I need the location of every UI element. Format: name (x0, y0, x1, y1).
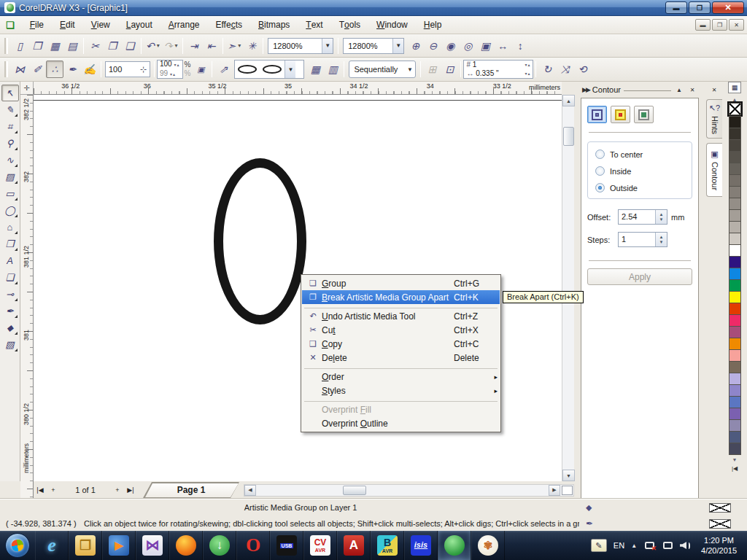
basic-shapes-tool[interactable]: ❒ (1, 236, 19, 252)
rectangle-tool[interactable]: ▭ (1, 185, 19, 202)
dabs-spacing-fields[interactable]: # 1 ▾▴ ↔ 0.335 " ▾▴ (463, 60, 533, 79)
docker-close-icon[interactable]: ✕ (687, 85, 697, 95)
show-hidden-icons-icon[interactable]: ▲ (631, 542, 637, 549)
context-menu-item-order[interactable]: Order ▸ (302, 370, 500, 384)
palette-swatch[interactable] (729, 233, 741, 245)
taskbar-file-explorer[interactable]: ❒ (69, 531, 102, 560)
zoom-in-button[interactable]: ⊕ (406, 37, 424, 55)
context-menu-item[interactable] (304, 305, 498, 308)
shape-tool[interactable]: ✎ (1, 101, 19, 118)
freehand-tool[interactable]: ∿ (1, 152, 19, 168)
tablet-input-icon[interactable]: ✎ (591, 539, 607, 552)
drawn-ellipse-object[interactable] (214, 158, 306, 324)
palette-swatch[interactable] (729, 431, 741, 443)
menu-text[interactable]: Text (298, 16, 330, 34)
vertical-ruler[interactable]: 382 1/2382381 1/2381380 1/2 millimeters (20, 95, 34, 499)
tabstrip-close-icon[interactable]: ✕ (709, 85, 719, 95)
menu-file[interactable]: File (22, 16, 52, 34)
context-menu-item[interactable] (304, 398, 498, 402)
restore-button[interactable]: ❐ (689, 1, 711, 14)
spinner-arrows-icon[interactable]: ▲▼ (655, 233, 667, 246)
doc-close-button[interactable]: ✕ (729, 19, 744, 31)
undock-icon[interactable]: ▶▶ (582, 86, 589, 93)
taskbar-idm[interactable]: ↓ (203, 531, 236, 560)
display-icon[interactable] (662, 540, 673, 551)
doc-restore-button[interactable]: ❐ (712, 19, 727, 31)
add-page-after-button[interactable]: + (111, 483, 124, 497)
taskbar-usb-programmer[interactable]: USB (270, 531, 303, 560)
palette-swatch[interactable] (729, 128, 741, 140)
brush-mode-button[interactable]: ✐ (28, 61, 46, 78)
toolbar-grip[interactable] (4, 61, 8, 77)
rollup-icon[interactable]: ▲ (674, 85, 684, 95)
calligraphic-mode-button[interactable]: ✒ (63, 61, 81, 78)
palette-swatch[interactable] (729, 303, 741, 315)
zoom-level-combo[interactable]: 12800% ▼ (268, 38, 333, 54)
save-button[interactable]: ▦ (46, 37, 63, 55)
cut-button[interactable]: ✂ (86, 37, 104, 55)
spray-order-combo[interactable]: Sequentially ▼ (349, 61, 416, 78)
menu-window[interactable]: Window (368, 16, 416, 34)
new-button[interactable]: ▯ (11, 37, 28, 55)
close-button[interactable]: ✕ (712, 1, 744, 14)
no-color-swatch[interactable] (729, 103, 741, 115)
scrollbar-thumb[interactable] (343, 486, 366, 495)
menu-view[interactable]: View (83, 16, 118, 34)
palette-swatch[interactable] (729, 221, 741, 233)
taskbar-adobe-reader[interactable]: A (337, 531, 371, 560)
zoom-page-button[interactable]: ▣ (476, 37, 494, 55)
context-menu-item-cut[interactable]: ✂ Cut Ctrl+X (302, 323, 500, 337)
contour-outside-icon[interactable] (634, 106, 654, 123)
palette-swatch[interactable] (729, 244, 741, 257)
language-indicator[interactable]: EN (614, 541, 624, 550)
interactive-fill-tool[interactable]: ▧ (1, 336, 19, 353)
radio-to-center[interactable]: To center (595, 149, 684, 159)
context-menu-item-group[interactable]: ❏ Group Ctrl+G (302, 276, 500, 290)
context-menu-item-delete[interactable]: ✕ Delete Delete (302, 351, 500, 365)
spraylist-options-button[interactable]: ⊡ (441, 61, 458, 78)
taskbar-proteus-isis[interactable]: isis (404, 531, 438, 560)
add-page-before-button[interactable]: + (47, 483, 60, 497)
menu-tools[interactable]: Tools (331, 16, 368, 34)
page-tab[interactable]: Page 1 (143, 482, 239, 498)
zoom-level-combo-2[interactable]: 12800% ▼ (343, 38, 404, 54)
scroll-up-icon[interactable]: ▲ (562, 95, 575, 106)
smart-fill-tool[interactable]: ▨ (1, 168, 19, 185)
paste-button[interactable]: ❑ (121, 37, 139, 55)
delete-stroke-button[interactable]: ▥ (324, 61, 341, 78)
palette-expand-icon[interactable]: |◀ (728, 464, 741, 473)
taskbar-coreldraw[interactable] (438, 531, 471, 560)
first-page-button[interactable]: |◀ (34, 483, 47, 497)
smoothing-field[interactable]: 100 ⊹ (105, 61, 150, 77)
zoom-all-button[interactable]: ◎ (459, 37, 476, 55)
export-button[interactable]: ⇤ (203, 37, 220, 55)
palette-swatch[interactable] (729, 396, 741, 408)
radio-selected-icon[interactable] (595, 183, 605, 192)
context-menu-item-styles[interactable]: Styles ▸ (302, 384, 500, 397)
palette-swatch[interactable] (729, 314, 741, 327)
stroke-size-fields[interactable]: 100 ▾▴ 99 ▾▴ (157, 60, 183, 79)
polygon-tool[interactable]: ⌂ (1, 219, 19, 236)
redo-button[interactable]: ↷ (162, 37, 180, 55)
slider-handle-icon[interactable]: ⊹ (140, 65, 147, 74)
save-stroke-button[interactable]: ▦ (306, 61, 324, 78)
radio-inside[interactable]: Inside (595, 166, 684, 176)
palette-swatch[interactable] (729, 373, 741, 385)
context-menu-item-copy[interactable]: ❑ Copy Ctrl+C (302, 337, 500, 351)
palette-options-icon[interactable]: ▦ (728, 82, 741, 93)
import-button[interactable]: ⇥ (185, 37, 203, 55)
scroll-left-icon[interactable]: ◀ (244, 485, 256, 496)
browse-button[interactable]: ⇗ (214, 61, 232, 78)
context-menu-item-overprint-fill[interactable]: Overprint Fill (302, 402, 500, 416)
taskbar-kmplayer[interactable]: ⋈ (136, 531, 169, 560)
palette-swatch[interactable] (729, 279, 741, 292)
taskbar-firefox[interactable] (169, 531, 203, 560)
doc-minimize-button[interactable]: ▬ (695, 19, 711, 31)
horizontal-scrollbar[interactable]: ◀ ▶ (244, 484, 574, 497)
pressure-mode-button[interactable]: ✍ (81, 61, 98, 78)
palette-swatch[interactable] (729, 268, 741, 280)
contour-inside-icon[interactable] (611, 106, 630, 123)
palette-swatch[interactable] (729, 291, 741, 303)
radio-icon[interactable] (595, 149, 605, 159)
menu-arrange[interactable]: Arrange (160, 16, 208, 34)
